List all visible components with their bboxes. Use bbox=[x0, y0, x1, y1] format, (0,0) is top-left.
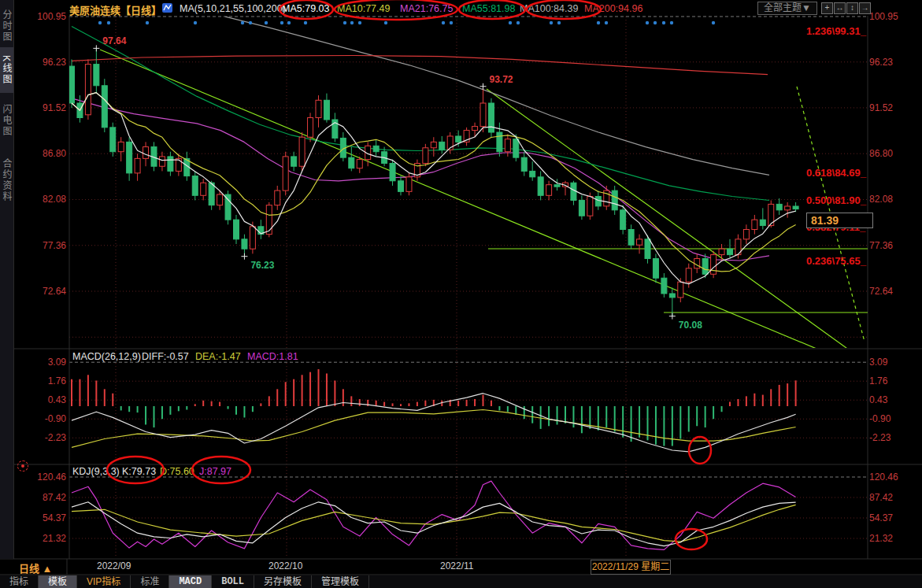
tab-BOLL[interactable]: BOLL bbox=[212, 575, 254, 588]
tab-指标[interactable]: 指标 bbox=[0, 575, 39, 588]
trading-app-window: 97.6493.7276.2370.08100.95100.9596.2396.… bbox=[0, 0, 922, 588]
ma-overlays bbox=[72, 17, 769, 261]
sidebar-item-K线图[interactable]: K线图 bbox=[0, 47, 13, 93]
tab-管理模板[interactable]: 管理模板 bbox=[312, 575, 369, 588]
ma-value-5: MA100:84.39 bbox=[520, 3, 578, 14]
macd-diff-value: DIFF:-0.57 bbox=[142, 351, 189, 362]
ma-value-4: MA55:81.98 bbox=[462, 3, 515, 14]
fit-width-icon[interactable]: ↔ bbox=[834, 2, 846, 14]
sidebar: 分时图K线图闪电图合约资料 bbox=[0, 0, 14, 559]
instrument-title: 美原油连续【日线】 bbox=[69, 2, 161, 17]
kdj-j-value: J:87.97 bbox=[199, 466, 231, 477]
sidebar-item-闪电图[interactable]: 闪电图 bbox=[0, 96, 13, 145]
macd-dea-value: DEA:-1.47 bbox=[195, 351, 241, 362]
tab-MACD[interactable]: MACD bbox=[169, 575, 212, 588]
tab-VIP指标[interactable]: VIP指标 bbox=[77, 575, 131, 588]
sidebar-item-合约资料[interactable]: 合约资料 bbox=[0, 148, 13, 213]
pan-icon[interactable]: + bbox=[821, 2, 833, 14]
ma-value-1: MA5:79.03 bbox=[282, 3, 329, 14]
trendlines bbox=[100, 50, 868, 361]
macd-panel bbox=[72, 369, 796, 452]
period-selector[interactable]: 日线 ▲ bbox=[19, 560, 52, 575]
kdj-d-value: D:75.60 bbox=[160, 466, 194, 477]
panel-borders bbox=[0, 16, 922, 575]
tab-模板[interactable]: 模板 bbox=[39, 575, 77, 588]
current-price-badge: 81.39 bbox=[806, 213, 873, 228]
ma-value-3: MA21:76.75 bbox=[400, 3, 453, 14]
kdj-k-value: K:79.73 bbox=[122, 466, 156, 477]
current-date-box: 2022/11/29 星期二 bbox=[591, 560, 671, 575]
shift-right-icon[interactable]: → bbox=[859, 2, 871, 14]
macd-macd-value: MACD:1.81 bbox=[247, 351, 298, 362]
bottom-tab-bar: 指标模板VIP指标标准MACDBOLL另存模板管理模板 bbox=[0, 575, 922, 588]
fit-height-icon[interactable]: ↕ bbox=[846, 2, 858, 14]
line-chart-icon bbox=[162, 2, 173, 13]
ma-settings-label: MA(5,10,21,55,100,200) bbox=[180, 3, 286, 14]
kdj-indicator-label: KDJ(9,3,3) bbox=[72, 466, 120, 477]
extreme-markers bbox=[93, 45, 676, 319]
chart-header: 美原油连续【日线】 MA(5,10,21,55,100,200) MA5:79.… bbox=[0, 0, 922, 16]
candles bbox=[69, 48, 799, 316]
kdj-panel bbox=[72, 481, 796, 549]
macd-indicator-label: MACD(26,12,9) bbox=[72, 351, 141, 362]
ma-value-2: MA10:77.49 bbox=[337, 3, 390, 14]
theme-dropdown-button[interactable]: 全部主题▼ bbox=[757, 2, 817, 15]
signal-dots bbox=[98, 21, 715, 24]
indicator-settings-icon[interactable] bbox=[17, 460, 28, 472]
tab-标准[interactable]: 标准 bbox=[131, 575, 169, 588]
ma-value-6: MA200:94.96 bbox=[584, 3, 642, 14]
tab-另存模板[interactable]: 另存模板 bbox=[254, 575, 312, 588]
chart-canvas[interactable] bbox=[0, 0, 922, 588]
